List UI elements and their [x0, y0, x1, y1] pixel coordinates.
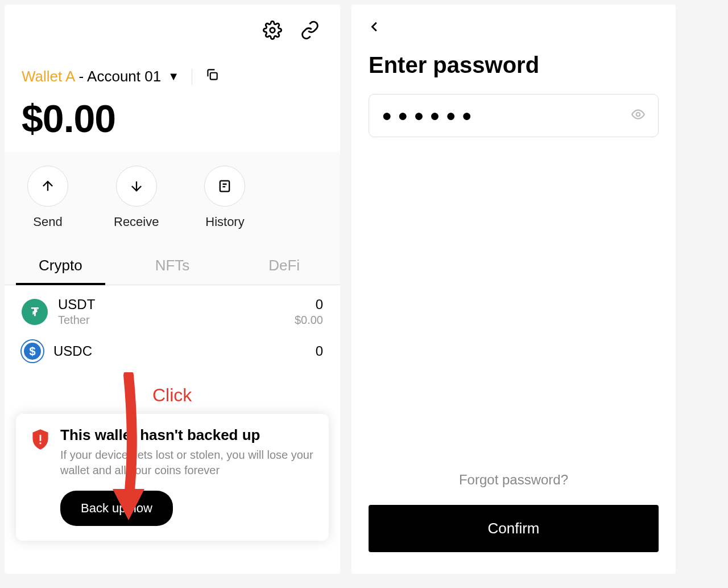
svg-rect-3: [40, 435, 42, 441]
svg-rect-1: [210, 73, 217, 80]
asset-name: Tether: [58, 314, 284, 327]
history-button[interactable]: History: [204, 166, 245, 229]
asset-row-usdt[interactable]: ₮ USDT Tether 0 $0.00: [22, 297, 323, 327]
receive-button[interactable]: Receive: [114, 166, 159, 229]
confirm-button[interactable]: Confirm: [369, 505, 659, 552]
back-button[interactable]: [369, 20, 659, 35]
wallet-home-screen: Wallet A - Account 01 ▼ $0.00 Send Recei…: [5, 5, 340, 574]
chevron-down-icon: ▼: [168, 70, 179, 83]
history-label: History: [205, 215, 244, 229]
asset-symbol: USDC: [53, 343, 305, 359]
svg-point-5: [636, 113, 640, 117]
send-button[interactable]: Send: [27, 166, 68, 229]
backup-now-button[interactable]: Back up now: [60, 491, 173, 526]
backup-title: This wallet hasn't backed up: [60, 426, 314, 444]
divider: [192, 69, 192, 85]
link-icon[interactable]: [300, 20, 320, 42]
asset-amount: 0: [316, 343, 323, 359]
asset-amount: 0: [295, 297, 323, 312]
tab-bar: Crypto NFTs DeFi: [5, 246, 340, 285]
svg-point-0: [270, 28, 275, 33]
password-value: ●●●●●●: [382, 106, 478, 125]
asset-row-usdc[interactable]: $ USDC 0: [22, 340, 323, 362]
receive-label: Receive: [114, 215, 159, 229]
backup-description: If your device gets lost or stolen, you …: [60, 447, 314, 478]
copy-icon[interactable]: [205, 67, 220, 86]
forgot-password-link[interactable]: Forgot password?: [369, 472, 659, 488]
backup-warning-card: This wallet hasn't backed up If your dev…: [16, 414, 329, 541]
account-name: Account 01: [87, 68, 161, 85]
total-balance: $0.00: [5, 86, 340, 152]
asset-fiat: $0.00: [295, 314, 323, 327]
page-title: Enter password: [369, 52, 659, 78]
asset-symbol: USDT: [58, 297, 284, 312]
send-label: Send: [33, 215, 62, 229]
enter-password-screen: Enter password ●●●●●● Forgot password? C…: [351, 5, 676, 574]
wallet-selector[interactable]: Wallet A - Account 01 ▼: [5, 48, 340, 86]
password-input[interactable]: ●●●●●●: [369, 94, 659, 137]
gear-icon[interactable]: [263, 20, 282, 42]
shield-alert-icon: [31, 429, 50, 450]
top-icon-bar: [5, 5, 340, 48]
usdc-icon: $: [22, 340, 43, 362]
tab-defi[interactable]: DeFi: [228, 246, 340, 285]
eye-icon[interactable]: [631, 107, 646, 124]
action-buttons: Send Receive History: [5, 152, 340, 246]
usdt-icon: ₮: [22, 299, 48, 325]
tab-nfts[interactable]: NFTs: [117, 246, 229, 285]
wallet-separator: -: [78, 68, 84, 85]
tab-crypto[interactable]: Crypto: [5, 246, 117, 285]
wallet-name: Wallet A: [22, 68, 75, 85]
svg-rect-4: [40, 442, 42, 444]
